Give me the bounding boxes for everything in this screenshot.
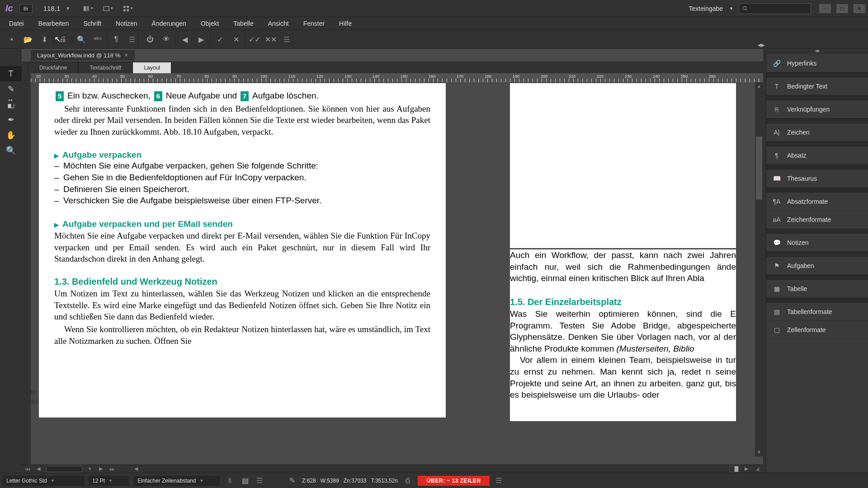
eyedropper-tool-icon[interactable]: ✒ bbox=[0, 112, 22, 127]
resize-grip-icon[interactable]: ◢ bbox=[754, 466, 760, 472]
columns-icon[interactable]: ⫴ bbox=[224, 476, 235, 486]
find-button[interactable]: 🔍 bbox=[73, 32, 90, 47]
font-size-dropdown[interactable]: 12 Pt▼ bbox=[89, 476, 129, 486]
menu-fenster[interactable]: Fenster bbox=[297, 18, 331, 29]
subtab-story[interactable]: Textabschnitt bbox=[78, 62, 132, 73]
menu-schrift[interactable]: Schrift bbox=[77, 18, 108, 29]
reject-change-button[interactable]: ✕ bbox=[228, 32, 244, 47]
leading-dropdown[interactable]: Einfacher Zeilenabstand▼ bbox=[134, 476, 220, 486]
accept-all-button[interactable]: ✓✓ bbox=[246, 32, 263, 47]
menu-objekt[interactable]: Objekt bbox=[194, 18, 225, 29]
body-paragraph[interactable]: Möchten Sie eine Aufgabe verpacken und d… bbox=[54, 230, 430, 265]
view-mode-toggle[interactable] bbox=[730, 466, 739, 472]
status-flyout-icon[interactable]: ☰ bbox=[255, 476, 264, 485]
layout-grid-icon[interactable]: ▼ bbox=[123, 3, 133, 14]
open-button[interactable]: 📂 bbox=[20, 32, 36, 47]
panel-item-hyperlinks[interactable]: 🔗Hyperlinks bbox=[766, 54, 868, 72]
stats-icon[interactable]: ✎ bbox=[287, 476, 297, 486]
list-item[interactable]: –Verschicken Sie die Aufgabe beispielswe… bbox=[54, 195, 430, 206]
menu-bearbeiten[interactable]: Bearbeiten bbox=[32, 18, 75, 29]
zoom-tool-icon[interactable]: 🔍 bbox=[0, 143, 22, 158]
scroll-thumb[interactable] bbox=[756, 136, 762, 200]
heading[interactable]: ▶Aufgabe verpacken bbox=[54, 150, 430, 160]
menu-notizen[interactable]: Notizen bbox=[109, 18, 143, 29]
panel-item-zeichenformate[interactable]: aAZeichenformate bbox=[766, 211, 868, 229]
body-paragraph[interactable]: Vor allem in einem kleinen Team, beispie… bbox=[510, 354, 736, 401]
spellcheck-button[interactable]: ᵃᵇᶜ bbox=[90, 32, 106, 47]
subtab-galley[interactable]: Druckfahne bbox=[28, 62, 78, 73]
note-tool-icon[interactable]: ✎ bbox=[0, 81, 22, 97]
list-item[interactable]: –Möchten Sie eine Aufgabe verpacken, geh… bbox=[54, 160, 430, 172]
scroll-down-icon[interactable]: ▼ bbox=[755, 448, 763, 456]
horizontal-ruler[interactable]: 2030405060708090100110120130140150160170… bbox=[31, 73, 763, 82]
vertical-scrollbar[interactable]: ▲ ▼ bbox=[755, 82, 763, 456]
page-left[interactable]: 5 Ein bzw. Auschecken, 6 Neue Aufgabe un… bbox=[39, 83, 446, 418]
body-paragraph[interactable]: Sehr interessante Funktionen finden sich… bbox=[54, 103, 430, 138]
expand-panels-icon[interactable]: ◀▶ bbox=[758, 42, 765, 47]
menu-aenderungen[interactable]: Änderungen bbox=[146, 18, 193, 29]
page-right-blank[interactable] bbox=[510, 83, 736, 248]
bridge-button[interactable]: Br bbox=[19, 4, 33, 13]
heading[interactable]: ▶Aufgabe verpacken und per EMail senden bbox=[54, 219, 430, 229]
workspace-dropdown[interactable]: Texteingabe ▼ bbox=[689, 5, 733, 12]
preview-button[interactable]: 👁 bbox=[158, 32, 175, 47]
panel-item-zellenformate[interactable]: ▢Zellenformate bbox=[766, 321, 868, 339]
heading-numbered[interactable]: 1.3. Bedienfeld und Werkzeug Notizen bbox=[54, 277, 430, 287]
scroll-up-icon[interactable]: ▲ bbox=[755, 82, 763, 90]
document-tab[interactable]: Layout_Workflow.indd @ 118 % ✕ bbox=[31, 50, 135, 61]
prev-page-icon[interactable]: ◀ bbox=[35, 466, 42, 472]
toolbar-flyout-icon[interactable]: ☰ bbox=[279, 35, 290, 44]
panel-item-aufgaben[interactable]: ⚑Aufgaben bbox=[766, 257, 868, 275]
menu-tabelle[interactable]: Tabelle bbox=[227, 18, 259, 29]
panel-item-bedingter text[interactable]: TBedingter Text bbox=[766, 77, 868, 95]
type-tool-icon[interactable]: T bbox=[0, 66, 22, 81]
maximize-button[interactable]: □ bbox=[836, 4, 848, 13]
collapse-icon[interactable]: ▸▸ bbox=[0, 98, 22, 104]
document-canvas[interactable]: 5 Ein bzw. Auschecken, 6 Neue Aufgabe un… bbox=[31, 82, 763, 465]
body-paragraph[interactable]: Wenn Sie kontrollieren möchten, ob ein R… bbox=[54, 324, 430, 347]
panel-item-tabelle[interactable]: ▦Tabelle bbox=[766, 280, 868, 298]
print-button[interactable]: 🖨 bbox=[55, 32, 71, 47]
menu-datei[interactable]: Datei bbox=[3, 18, 30, 29]
panel-item-absatzformate[interactable]: ¶AAbsatzformate bbox=[766, 192, 868, 211]
arrange-documents-icon[interactable]: ▼ bbox=[83, 3, 94, 14]
close-button[interactable]: ✕ bbox=[854, 4, 865, 13]
next-change-button[interactable]: ▶ bbox=[193, 32, 209, 47]
show-hidden-chars-button[interactable]: ¶ bbox=[108, 32, 124, 47]
text-line[interactable]: 5 Ein bzw. Auschecken, 6 Neue Aufgabe un… bbox=[54, 89, 430, 102]
panel-item-notizen[interactable]: 💬Notizen bbox=[766, 234, 868, 252]
power-button[interactable]: ⏻ bbox=[142, 32, 158, 47]
menu-ansicht[interactable]: Ansicht bbox=[262, 18, 295, 29]
body-paragraph[interactable]: Was Sie weiterhin optimieren können, sin… bbox=[510, 308, 736, 355]
save-button[interactable]: ⬇ bbox=[36, 32, 52, 47]
panel-collapse-icon[interactable]: ◀▶ bbox=[766, 49, 868, 54]
close-tab-icon[interactable]: ✕ bbox=[124, 52, 128, 58]
panel-item-tabellenformate[interactable]: ▤Tabellenformate bbox=[766, 303, 868, 321]
subtab-layout[interactable]: Layout bbox=[132, 62, 171, 73]
status-flyout-icon[interactable]: ☰ bbox=[494, 476, 503, 485]
body-paragraph[interactable]: Um Notizen im Text zu hinterlassen, wähl… bbox=[54, 288, 430, 323]
screen-mode-icon[interactable]: ▼ bbox=[103, 3, 113, 14]
panel-item-verknüpfungen[interactable]: ⎘Verknüpfungen bbox=[766, 100, 868, 118]
panel-item-zeichen[interactable]: A|Zeichen bbox=[766, 123, 868, 141]
list-item[interactable]: –Gehen Sie in die Bedienfeldoptionen auf… bbox=[54, 172, 430, 183]
copyfit-icon[interactable]: ⎙ bbox=[402, 476, 413, 486]
minimize-button[interactable]: ─ bbox=[819, 4, 831, 13]
dropdown-icon[interactable]: ▾ bbox=[87, 466, 93, 472]
body-paragraph[interactable]: Auch ein Workflow, der passt, kann nach … bbox=[510, 249, 736, 284]
heading-numbered[interactable]: 1.5. Der Einzelarbeitsplatz bbox=[510, 296, 736, 308]
new-button[interactable]: ▪ bbox=[4, 32, 20, 47]
scroll-right-icon[interactable]: ▶ bbox=[743, 466, 750, 472]
list-item[interactable]: –Definieren Sie einen Speicherort. bbox=[54, 183, 430, 195]
page-right[interactable]: Auch ein Workflow, der passt, kann nach … bbox=[510, 249, 736, 421]
menu-hilfe[interactable]: Hilfe bbox=[333, 18, 358, 29]
prev-change-button[interactable]: ◀ bbox=[177, 32, 193, 47]
search-input[interactable] bbox=[739, 3, 811, 14]
last-page-icon[interactable]: ⏭ bbox=[108, 466, 115, 472]
panel-item-absatz[interactable]: ¶Absatz bbox=[766, 146, 868, 164]
hand-tool-icon[interactable]: ✋ bbox=[0, 127, 22, 143]
scroll-left-icon[interactable]: ◀ bbox=[133, 466, 139, 472]
next-page-icon[interactable]: ▶ bbox=[98, 466, 104, 472]
reject-all-button[interactable]: ✕✕ bbox=[263, 32, 279, 47]
zoom-dropdown[interactable]: 118,1 ▼ bbox=[41, 5, 73, 12]
